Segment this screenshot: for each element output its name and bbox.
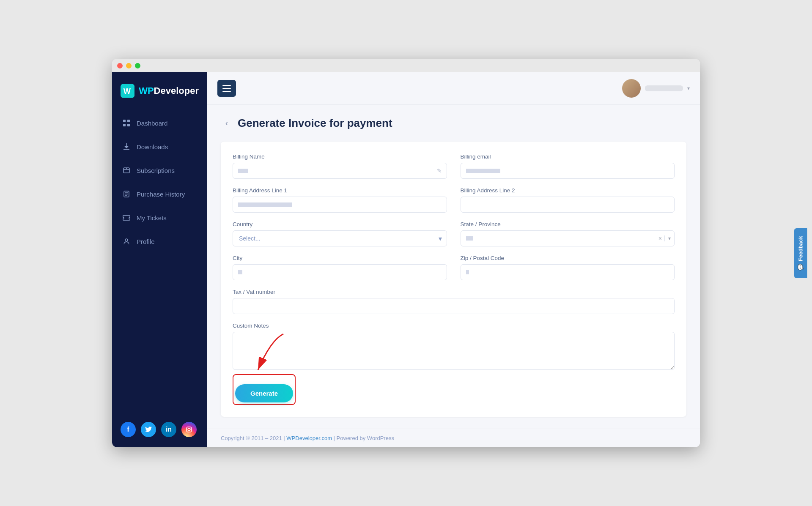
country-group: Country Select... ▾: [233, 221, 447, 246]
svg-point-10: [126, 168, 127, 169]
footer-copyright: Copyright © 2011 – 2021 |: [221, 435, 286, 441]
sidebar-item-label: Downloads: [137, 143, 168, 150]
sidebar-item-downloads[interactable]: Downloads: [112, 135, 207, 159]
sidebar-item-label: Purchase History: [137, 191, 185, 198]
svg-rect-5: [127, 124, 130, 126]
svg-rect-6: [123, 149, 129, 150]
generate-button-highlight: Generate: [233, 374, 296, 405]
hamburger-line-1: [222, 85, 231, 86]
zip-group: Zip / Postal Code: [461, 255, 675, 280]
svg-point-15: [125, 239, 128, 241]
billing-address2-label: Billing Address Line 2: [461, 187, 675, 194]
generate-button[interactable]: Generate: [235, 384, 293, 402]
user-area[interactable]: ▾: [622, 79, 690, 98]
sidebar-item-label: My Tickets: [137, 214, 167, 222]
billing-address1-label: Billing Address Line 1: [233, 187, 447, 194]
billing-name-input-wrapper: ✎: [233, 163, 447, 179]
user-name-placeholder: [645, 85, 683, 91]
svg-text:W: W: [123, 87, 131, 96]
svg-rect-3: [127, 120, 130, 122]
tickets-icon: [122, 213, 131, 222]
billing-address1-group: Billing Address Line 1: [233, 187, 447, 213]
topbar: ▾: [207, 72, 700, 105]
svg-point-18: [190, 428, 191, 429]
tax-vat-group: Tax / Vat number: [233, 289, 675, 314]
invoice-form: Billing Name ✎ Billing email: [221, 142, 686, 417]
purchase-history-icon: [122, 190, 131, 198]
logo-area: W WPDeveloper: [112, 72, 207, 111]
state-label: State / Province: [461, 221, 675, 227]
download-icon: [122, 142, 131, 151]
custom-notes-group: Custom Notes: [233, 323, 675, 370]
svg-rect-16: [187, 427, 192, 432]
city-group: City: [233, 255, 447, 280]
state-dropdown-icon[interactable]: ▾: [664, 235, 674, 241]
svg-rect-4: [123, 124, 126, 126]
sidebar-item-my-tickets[interactable]: My Tickets: [112, 206, 207, 230]
billing-address2-group: Billing Address Line 2: [461, 187, 675, 213]
page-content: ‹ Generate Invoice for payment Billing N…: [207, 105, 700, 429]
linkedin-button[interactable]: in: [161, 422, 176, 437]
billing-email-group: Billing email: [461, 153, 675, 179]
billing-email-label: Billing email: [461, 153, 675, 160]
sidebar: W WPDeveloper Dashboar: [112, 72, 207, 447]
sidebar-nav: Dashboard Downloads: [112, 111, 207, 413]
logo-text: WPDeveloper: [139, 85, 199, 96]
hamburger-line-2: [222, 88, 231, 89]
back-button[interactable]: ‹: [221, 118, 233, 129]
svg-point-17: [188, 428, 190, 431]
city-label: City: [233, 255, 447, 261]
wp-developer-logo-icon: W: [121, 82, 134, 99]
facebook-button[interactable]: f: [121, 422, 136, 437]
sidebar-item-label: Subscriptions: [137, 167, 175, 174]
custom-notes-textarea[interactable]: [233, 332, 675, 370]
billing-address2-input[interactable]: [461, 197, 675, 213]
window-close-button[interactable]: [117, 63, 123, 68]
user-avatar: [622, 79, 641, 98]
billing-name-label: Billing Name: [233, 153, 447, 160]
page-title: Generate Invoice for payment: [238, 117, 392, 130]
sidebar-item-label: Profile: [137, 238, 155, 245]
billing-name-input[interactable]: [233, 163, 447, 179]
footer-powered: | Powered by WordPress: [332, 435, 394, 441]
billing-email-input[interactable]: [461, 163, 675, 179]
sidebar-item-purchase-history[interactable]: Purchase History: [112, 182, 207, 206]
feedback-label: Feedback: [798, 236, 804, 261]
sidebar-item-dashboard[interactable]: Dashboard: [112, 111, 207, 135]
hamburger-button[interactable]: [217, 80, 236, 97]
sidebar-item-subscriptions[interactable]: Subscriptions: [112, 159, 207, 182]
state-clear-icon[interactable]: ×: [656, 235, 664, 242]
state-input-wrapper: × ▾: [461, 230, 675, 246]
page-header: ‹ Generate Invoice for payment: [221, 117, 686, 130]
dashboard-icon: [122, 119, 131, 127]
country-label: Country: [233, 221, 447, 227]
sidebar-item-label: Dashboard: [137, 120, 167, 127]
billing-address1-input[interactable]: [233, 197, 447, 213]
user-dropdown-arrow: ▾: [687, 85, 690, 91]
state-input[interactable]: [461, 231, 656, 246]
zip-input[interactable]: [461, 264, 675, 280]
city-input[interactable]: [233, 264, 447, 280]
sidebar-social: f in: [112, 413, 207, 447]
feedback-chat-icon: 💬: [798, 263, 804, 270]
profile-icon: [122, 237, 131, 246]
window-minimize-button[interactable]: [126, 63, 132, 68]
titlebar: [112, 59, 700, 72]
subscriptions-icon: [122, 166, 131, 175]
svg-rect-2: [123, 120, 126, 122]
feedback-tab[interactable]: 💬 Feedback: [794, 228, 807, 278]
tax-vat-input[interactable]: [233, 298, 675, 314]
twitter-button[interactable]: [141, 422, 156, 437]
custom-notes-label: Custom Notes: [233, 323, 675, 329]
page-footer: Copyright © 2011 – 2021 | WPDeveloper.co…: [207, 429, 700, 447]
country-select[interactable]: Select...: [233, 230, 447, 246]
window-maximize-button[interactable]: [135, 63, 140, 68]
instagram-button[interactable]: [181, 422, 197, 437]
main-content: ▾ ‹ Generate Invoice for payment Billing…: [207, 72, 700, 447]
footer-link[interactable]: WPDeveloper.com: [286, 435, 332, 441]
edit-icon: ✎: [437, 167, 442, 174]
state-group: State / Province × ▾: [461, 221, 675, 246]
sidebar-item-profile[interactable]: Profile: [112, 230, 207, 253]
country-select-wrapper: Select... ▾: [233, 230, 447, 246]
zip-label: Zip / Postal Code: [461, 255, 675, 261]
